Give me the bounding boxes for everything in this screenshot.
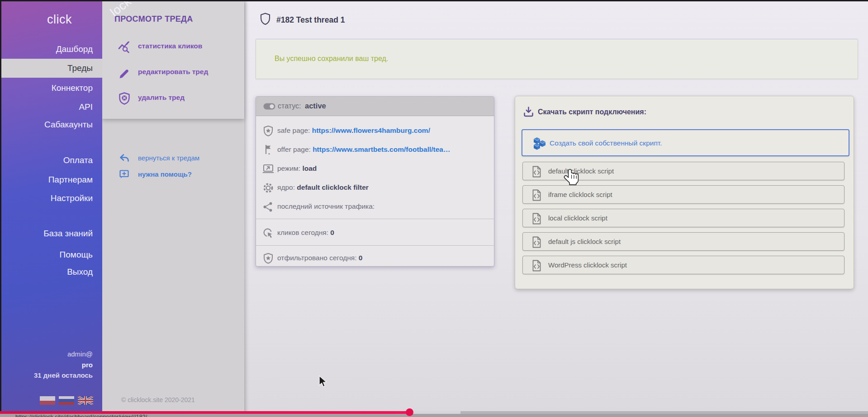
script-button-wordpress-label: WordPress clicklock script (548, 261, 627, 269)
copyright-text: © clicklock.site 2020-2021 (121, 396, 195, 403)
status-header: статус: active (256, 97, 494, 116)
menu-item-delete-thread-label: удалить тред (138, 94, 185, 102)
script-button-default-js[interactable]: default js clicklock script (522, 232, 844, 251)
return-arrow-icon (119, 153, 130, 165)
core-label: ядро: default clicklock filter (277, 183, 369, 192)
filtered-today-row: отфильтровано сегодня: 0 (256, 252, 494, 266)
stats-search-icon (118, 40, 131, 56)
mode-row: режим: load (256, 163, 494, 176)
script-button-default[interactable]: default clicklock script (522, 162, 844, 180)
sidebar-item-threads-label: Треды (67, 63, 93, 73)
script-button-local[interactable]: local clicklock script (522, 209, 844, 227)
top-edge (0, 0, 868, 1)
menu-item-delete-thread[interactable]: удалить тред (102, 91, 244, 106)
traffic-source-label: последний источник трафика: (277, 202, 375, 211)
logo-text-click: click (47, 13, 72, 26)
status-bar-url: https://clicklock.site/dashboard/connect… (15, 414, 147, 417)
success-alert: Вы успешно сохранили ваш тред. (256, 39, 858, 79)
need-help-label: нужна помощь? (138, 170, 192, 178)
offer-page-row: offer page: https://www.smartbets.com/fo… (256, 144, 494, 157)
code-file-icon (532, 189, 541, 203)
menu-item-click-stats[interactable]: статистика кликов (102, 39, 244, 55)
sidebar-item-help[interactable]: Помощь (60, 249, 93, 260)
shield-star-icon (262, 125, 274, 139)
offer-page-url[interactable]: https://www.smartbets.com/football/tea… (313, 145, 450, 153)
status-label: статус: (278, 102, 301, 110)
back-to-threads-label: вернуться к тредам (138, 154, 199, 162)
core-row: ядро: default clicklock filter (256, 182, 494, 195)
sidebar-item-partners[interactable]: Партнерам (48, 174, 93, 185)
thread-header: #182 Test thread 1 (260, 13, 345, 27)
thread-title: #182 Test thread 1 (276, 15, 345, 25)
status-value: active (305, 102, 326, 110)
click-cursor-icon (262, 227, 275, 241)
code-file-icon (532, 166, 541, 179)
uk-flag-icon[interactable] (78, 396, 93, 405)
main-content: #182 Test thread 1 Вы успешно сохранили … (244, 0, 868, 417)
need-help-text: нужна помощь? (138, 170, 192, 178)
shield-star-icon (262, 253, 274, 266)
shield-x-icon (118, 92, 131, 107)
safe-page-label: safe page: https://www.flowers4hamburg.c… (277, 127, 430, 135)
sidebar-item-api[interactable]: API (79, 102, 93, 112)
shield-icon (260, 13, 270, 27)
sidebar-item-threads[interactable]: Треды (0, 59, 102, 78)
video-progress-buffered[interactable] (409, 411, 460, 414)
clicks-today-label: кликов сегодня: 0 (277, 229, 334, 237)
sidebar-item-payment[interactable]: Оплата (63, 155, 93, 165)
code-file-icon (532, 213, 541, 226)
share-icon (262, 201, 274, 215)
video-progress-remaining[interactable] (460, 411, 868, 414)
sidebar-item-logout[interactable]: Выход (67, 267, 93, 277)
browser-status-bar: https://clicklock.site/dashboard/connect… (0, 414, 868, 417)
sidebar: clicklock Дашборд Треды Коннектор API Са… (0, 0, 102, 417)
script-button-wordpress[interactable]: WordPress clicklock script (522, 256, 844, 274)
left-edge (0, 0, 1, 417)
sidebar-item-settings[interactable]: Настройки (51, 193, 93, 203)
flag-icon (262, 144, 274, 158)
sidebar-item-dashboard[interactable]: Дашборд (56, 44, 93, 54)
download-card-title: Скачать скрипт подключения: (538, 108, 646, 116)
menu-item-edit-thread-label: редактировать тред (138, 68, 208, 76)
code-file-icon (532, 260, 541, 273)
mode-label: режим: load (277, 164, 317, 173)
sidebar-item-knowledge-base[interactable]: База знаний (43, 228, 93, 239)
mode-screen-icon (262, 163, 274, 177)
days-left: 31 дней осталось (34, 371, 93, 379)
thread-status-card: статус: active safe page: https://www.fl… (256, 96, 494, 267)
video-progress-played[interactable] (0, 411, 409, 414)
thread-menu-panel: ПРОСМОТР ТРЕДА статистика кликов (102, 0, 244, 417)
poland-flag-icon[interactable] (40, 396, 55, 405)
cubes-icon (532, 137, 547, 152)
safe-page-row: safe page: https://www.flowers4hamburg.c… (256, 125, 494, 138)
download-script-card: Скачать скрипт подключения: (515, 96, 854, 289)
sidebar-item-connector[interactable]: Коннектор (52, 83, 93, 93)
script-button-iframe-label: iframe clicklock script (548, 191, 612, 198)
create-own-script-label: Создать свой собственный скрипт. (550, 139, 662, 147)
user-plan: pro (82, 361, 93, 369)
gear-icon (262, 182, 274, 196)
filtered-today-label: отфильтровано сегодня: 0 (277, 254, 362, 262)
back-to-threads-link[interactable]: вернуться к тредам (102, 153, 244, 164)
menu-item-edit-thread[interactable]: редактировать тред (102, 65, 244, 80)
language-switcher (40, 396, 93, 405)
mode-value: load (302, 164, 317, 172)
script-button-default-label: default clicklock script (548, 167, 614, 175)
divider (256, 245, 494, 246)
toggle-icon (263, 103, 275, 112)
user-email: admin@ (67, 350, 93, 358)
pencil-icon (118, 66, 131, 81)
video-progress-handle[interactable] (406, 408, 413, 416)
script-button-local-label: local clicklock script (548, 214, 607, 222)
russia-flag-icon[interactable] (59, 396, 74, 405)
script-button-iframe[interactable]: iframe clicklock script (522, 185, 844, 204)
core-value: default clicklock filter (297, 183, 369, 191)
thread-menu-card: ПРОСМОТР ТРЕДА статистика кликов (102, 0, 244, 119)
sidebar-item-subaccounts[interactable]: Сабакаунты (44, 119, 93, 130)
clicklock-logo[interactable]: clicklock (47, 13, 72, 27)
menu-title: ПРОСМОТР ТРЕДА (114, 14, 193, 24)
offer-page-label: offer page: https://www.smartbets.com/fo… (277, 145, 450, 154)
need-help-link[interactable]: нужна помощь? (102, 169, 244, 181)
create-own-script-button[interactable]: Создать свой собственный скрипт. (522, 129, 849, 156)
safe-page-url[interactable]: https://www.flowers4hamburg.com/ (312, 127, 430, 134)
